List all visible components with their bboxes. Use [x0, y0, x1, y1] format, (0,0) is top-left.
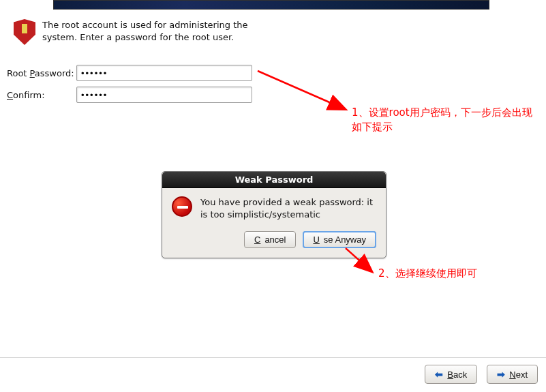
error-icon	[172, 196, 192, 217]
password-form: Root Password: Confirm:	[7, 65, 252, 108]
cancel-button[interactable]: Cancel	[244, 231, 296, 248]
back-button[interactable]: ⬅ Back	[425, 365, 477, 384]
back-arrow-icon: ⬅	[435, 369, 443, 380]
annotation-arrow-1	[256, 68, 355, 116]
instruction-text: The root account is used for administeri…	[42, 19, 259, 45]
weak-password-dialog: Weak Password You have provided a weak p…	[162, 171, 386, 258]
use-anyway-button[interactable]: Use Anyway	[303, 231, 376, 248]
svg-line-0	[258, 71, 345, 109]
annotation-text-2: 2、选择继续使用即可	[378, 267, 477, 280]
footer-nav: ⬅ Back ➡ Next	[425, 365, 538, 384]
instruction-block: The root account is used for administeri…	[14, 19, 259, 45]
root-password-input[interactable]	[76, 65, 252, 81]
footer-divider	[0, 357, 546, 358]
next-arrow-icon: ➡	[497, 369, 505, 380]
dialog-title: Weak Password	[162, 172, 386, 188]
shield-icon	[14, 19, 35, 45]
annotation-text-1: 1、设置root用户密码，下一步后会出现如下提示	[352, 106, 536, 134]
header-banner	[53, 0, 489, 10]
root-password-label: Root Password:	[7, 68, 76, 78]
dialog-message: You have provided a weak password: it is…	[200, 196, 376, 220]
confirm-password-label: Confirm:	[7, 90, 76, 100]
next-button[interactable]: ➡ Next	[487, 365, 538, 384]
confirm-password-input[interactable]	[76, 87, 252, 103]
